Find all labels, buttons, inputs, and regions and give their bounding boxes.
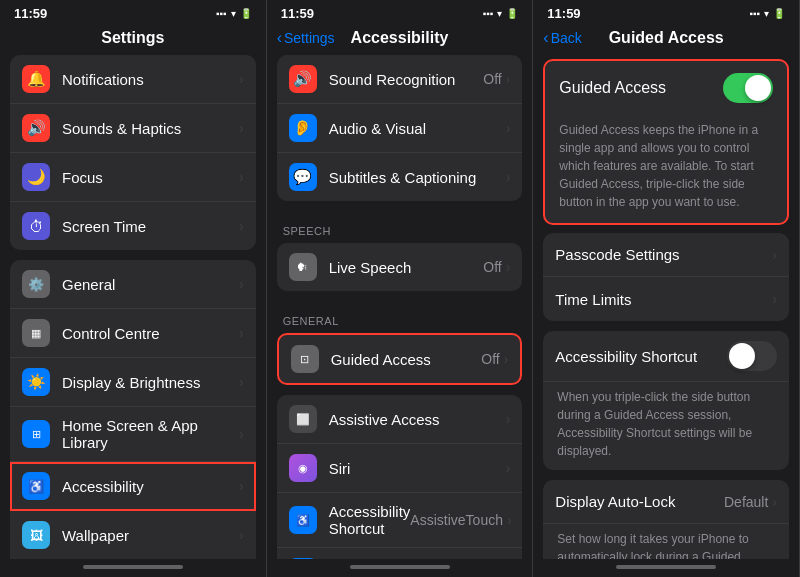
signal-icon-1: ▪▪▪ — [216, 8, 227, 19]
back-label-2: Settings — [284, 30, 335, 46]
chevron-icon: › — [504, 351, 509, 367]
sound-recognition-icon: 🔊 — [289, 65, 317, 93]
accessibility-shortcut-ga-label: Accessibility Shortcut — [555, 348, 727, 365]
assistive-access-icon: ⬜ — [289, 405, 317, 433]
settings-list-1[interactable]: 🔔 Notifications › 🔊 Sounds & Haptics › 🌙 — [0, 55, 266, 559]
subtitles-label: Subtitles & Captioning — [329, 169, 506, 186]
accessibility-shortcut-group: Accessibility Shortcut When you triple-c… — [543, 331, 789, 470]
sound-recognition-label: Sound Recognition — [329, 71, 484, 88]
chevron-icon: › — [239, 325, 244, 341]
focus-label: Focus — [62, 169, 239, 186]
guided-access-panel: 11:59 ▪▪▪ ▾ 🔋 ‹ Back Guided Access Guide… — [533, 0, 800, 577]
status-icons-2: ▪▪▪ ▾ 🔋 — [483, 8, 519, 19]
battery-icon-3: 🔋 — [773, 8, 785, 19]
chevron-icon: › — [506, 71, 511, 87]
control-centre-label: Control Centre — [62, 325, 239, 342]
item-time-limits[interactable]: Time Limits › — [543, 277, 789, 321]
passcode-settings-label: Passcode Settings — [555, 246, 772, 263]
guided-toggle-label: Guided Access — [559, 79, 723, 97]
chevron-icon: › — [239, 527, 244, 543]
back-chevron-icon-2: ‹ — [277, 29, 282, 47]
accessibility-shortcut-value: AssistiveTouch — [410, 512, 503, 528]
sidebar-item-wallpaper[interactable]: 🖼 Wallpaper › — [10, 511, 256, 559]
sidebar-item-focus[interactable]: 🌙 Focus › — [10, 153, 256, 202]
item-siri[interactable]: ◉ Siri › — [277, 444, 523, 493]
guided-access-value: Off — [481, 351, 499, 367]
sidebar-item-control-centre[interactable]: ▦ Control Centre › — [10, 309, 256, 358]
screentime-icon: ⏱ — [22, 212, 50, 240]
audio-visual-label: Audio & Visual — [329, 120, 506, 137]
home-indicator-1 — [83, 565, 183, 569]
settings-main-panel: 11:59 ▪▪▪ ▾ 🔋 Settings 🔔 Notifications ›… — [0, 0, 267, 577]
settings-list-2[interactable]: 🔊 Sound Recognition Off › 👂 Audio & Visu… — [267, 55, 533, 559]
nav-bar-2: ‹ Settings Accessibility — [267, 25, 533, 55]
chevron-icon: › — [239, 218, 244, 234]
item-guided-access[interactable]: ⊡ Guided Access Off › — [279, 335, 521, 383]
back-button-2[interactable]: ‹ Settings — [277, 29, 335, 47]
guided-access-toggle[interactable] — [723, 73, 773, 103]
item-audio-visual[interactable]: 👂 Audio & Visual › — [277, 104, 523, 153]
chevron-icon: › — [772, 494, 777, 510]
accessibility-shortcut-label: Accessibility Shortcut — [329, 503, 411, 537]
wifi-icon-2: ▾ — [497, 8, 502, 19]
status-bar-2: 11:59 ▪▪▪ ▾ 🔋 — [267, 0, 533, 25]
autolock-desc-text: Set how long it takes your iPhone to aut… — [557, 530, 775, 559]
accessibility-label: Accessibility — [62, 478, 239, 495]
item-display-autolock[interactable]: Display Auto-Lock Default › — [543, 480, 789, 524]
sidebar-item-notifications[interactable]: 🔔 Notifications › — [10, 55, 256, 104]
wifi-icon-3: ▾ — [764, 8, 769, 19]
back-label-3: Back — [551, 30, 582, 46]
screentime-label: Screen Time — [62, 218, 239, 235]
settings-list-3[interactable]: Guided Access Guided Access keeps the iP… — [533, 55, 799, 559]
sidebar-item-general[interactable]: ⚙️ General › — [10, 260, 256, 309]
sidebar-item-screentime[interactable]: ⏱ Screen Time › — [10, 202, 256, 250]
chevron-icon: › — [506, 460, 511, 476]
settings-group-notifications: 🔔 Notifications › 🔊 Sounds & Haptics › 🌙 — [10, 55, 256, 250]
sidebar-item-home-screen[interactable]: ⊞ Home Screen & App Library › — [10, 407, 256, 462]
status-time-3: 11:59 — [547, 6, 580, 21]
signal-icon-2: ▪▪▪ — [483, 8, 494, 19]
assistive-access-label: Assistive Access — [329, 411, 506, 428]
sidebar-item-display[interactable]: ☀️ Display & Brightness › — [10, 358, 256, 407]
subtitles-icon: 💬 — [289, 163, 317, 191]
guided-access-settings-group: Passcode Settings › Time Limits › — [543, 233, 789, 321]
item-accessibility-shortcut[interactable]: ♿ Accessibility Shortcut AssistiveTouch … — [277, 493, 523, 548]
accessibility-group-audio: 🔊 Sound Recognition Off › 👂 Audio & Visu… — [277, 55, 523, 201]
sidebar-item-sounds[interactable]: 🔊 Sounds & Haptics › — [10, 104, 256, 153]
chevron-icon: › — [506, 120, 511, 136]
guided-access-icon: ⊡ — [291, 345, 319, 373]
item-live-speech[interactable]: 🗣 Live Speech Off › — [277, 243, 523, 291]
wallpaper-label: Wallpaper — [62, 527, 239, 544]
chevron-icon: › — [506, 411, 511, 427]
chevron-icon: › — [239, 276, 244, 292]
display-label: Display & Brightness — [62, 374, 239, 391]
chevron-icon: › — [239, 71, 244, 87]
accessibility-shortcut-toggle[interactable] — [727, 341, 777, 371]
chevron-icon: › — [239, 169, 244, 185]
chevron-icon: › — [772, 247, 777, 263]
time-limits-label: Time Limits — [555, 291, 772, 308]
guided-access-toggle-section: Guided Access Guided Access keeps the iP… — [543, 59, 789, 225]
nav-bar-1: Settings — [0, 25, 266, 55]
general-group-2: ⬜ Assistive Access › ◉ Siri › ♿ — [277, 395, 523, 559]
item-sound-recognition[interactable]: 🔊 Sound Recognition Off › — [277, 55, 523, 104]
back-button-3[interactable]: ‹ Back — [543, 29, 581, 47]
speech-group: 🗣 Live Speech Off › — [277, 243, 523, 291]
home-screen-label: Home Screen & App Library — [62, 417, 239, 451]
status-time-2: 11:59 — [281, 6, 314, 21]
settings-group-general: ⚙️ General › ▦ Control Centre › ☀️ — [10, 260, 256, 559]
sidebar-item-accessibility[interactable]: ♿ Accessibility › — [10, 462, 256, 511]
item-assistive-access[interactable]: ⬜ Assistive Access › — [277, 395, 523, 444]
item-per-app-settings[interactable]: 📱 Per-App Settings › — [277, 548, 523, 559]
general-label: General — [62, 276, 239, 293]
nav-title-3: Guided Access — [609, 29, 724, 47]
item-passcode-settings[interactable]: Passcode Settings › — [543, 233, 789, 277]
siri-label: Siri — [329, 460, 506, 477]
chevron-icon: › — [507, 512, 512, 528]
general-icon: ⚙️ — [22, 270, 50, 298]
status-icons-3: ▪▪▪ ▾ 🔋 — [749, 8, 785, 19]
item-accessibility-shortcut-ga[interactable]: Accessibility Shortcut — [543, 331, 789, 382]
status-bar-3: 11:59 ▪▪▪ ▾ 🔋 — [533, 0, 799, 25]
item-subtitles[interactable]: 💬 Subtitles & Captioning › — [277, 153, 523, 201]
chevron-icon: › — [506, 259, 511, 275]
